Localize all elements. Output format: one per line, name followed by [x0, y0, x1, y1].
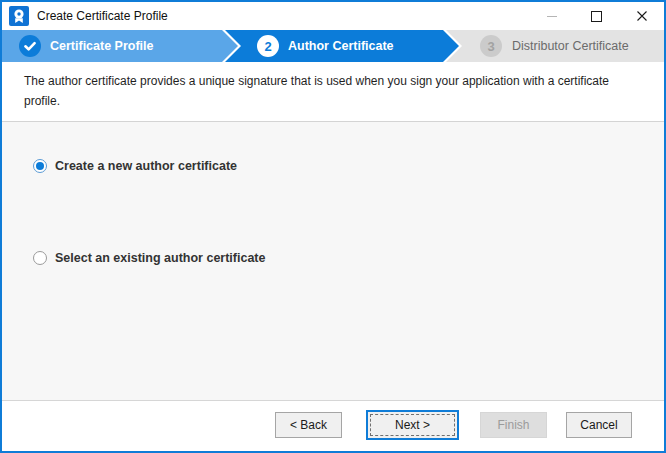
- back-button[interactable]: < Back: [275, 412, 342, 438]
- create-certificate-profile-dialog: Create Certificate Profile Certificat: [0, 0, 666, 453]
- close-button[interactable]: [619, 2, 664, 30]
- next-button[interactable]: Next >: [366, 410, 459, 440]
- step-number-badge: 3: [480, 35, 502, 57]
- minimize-icon: [547, 16, 557, 17]
- close-icon: [637, 11, 647, 21]
- step-description: The author certificate provides a unique…: [2, 62, 664, 122]
- check-icon: [19, 35, 41, 57]
- wizard-step-bar: Certificate Profile 2 Author Certificate…: [2, 30, 664, 62]
- radio-create-new-author-certificate[interactable]: Create a new author certificate: [33, 155, 237, 177]
- step-label: Certificate Profile: [50, 39, 154, 53]
- certificate-badge-icon: [9, 6, 29, 26]
- button-bar: < Back Next > Finish Cancel: [2, 401, 664, 451]
- step-author-certificate: 2 Author Certificate: [225, 30, 459, 62]
- cancel-button[interactable]: Cancel: [566, 412, 632, 438]
- step-label: Author Certificate: [288, 39, 394, 53]
- step-completed-badge: [19, 35, 41, 57]
- maximize-button[interactable]: [574, 2, 619, 30]
- maximize-icon: [591, 11, 602, 22]
- content-area: Create a new author certificate Select a…: [2, 122, 664, 401]
- step-number-badge: 2: [257, 35, 279, 57]
- window-controls: [529, 2, 664, 30]
- radio-selected-icon: [33, 159, 47, 173]
- titlebar[interactable]: Create Certificate Profile: [2, 2, 664, 30]
- finish-button[interactable]: Finish: [480, 412, 547, 438]
- minimize-button[interactable]: [529, 2, 574, 30]
- radio-label: Create a new author certificate: [55, 159, 237, 173]
- step-certificate-profile: Certificate Profile: [2, 30, 238, 62]
- radio-unselected-icon: [33, 251, 47, 265]
- radio-select-existing-author-certificate[interactable]: Select an existing author certificate: [33, 247, 266, 269]
- radio-label: Select an existing author certificate: [55, 251, 266, 265]
- step-label: Distributor Certificate: [512, 39, 629, 53]
- step-distributor-certificate: 3 Distributor Certificate: [446, 30, 664, 62]
- window-title: Create Certificate Profile: [37, 9, 168, 23]
